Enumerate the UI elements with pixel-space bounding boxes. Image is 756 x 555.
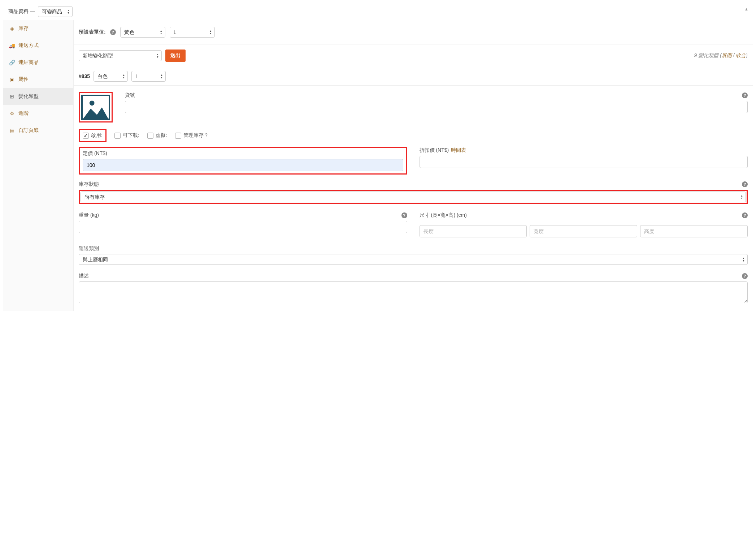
variation-id: #835 [79,73,90,79]
product-type-select-wrap: 可變商品 [38,6,73,17]
gear-icon: ⚙ [9,111,15,116]
help-icon[interactable]: ? [742,92,748,98]
virtual-checkbox-group[interactable]: 虛擬: [147,132,167,139]
manage-stock-checkbox-group[interactable]: 管理庫存？ [175,132,209,139]
help-icon[interactable]: ? [742,181,748,187]
shipping-class-select[interactable]: 與上層相同 [79,254,748,265]
schedule-link[interactable]: 時間表 [451,147,466,154]
defaults-label: 預設表單值: [79,29,106,35]
sidebar-item-label: 變化類型 [18,93,39,100]
weight-label: 重量 (kg) ? [79,212,407,219]
sidebar-item-label: 庫存 [18,25,29,32]
main-content: 預設表單值: ? 黃色 L 新增變化類 [74,20,753,311]
regular-price-input[interactable] [83,159,403,171]
expand-link[interactable]: 展開 [722,52,732,58]
image-icon [83,96,109,119]
sidebar-item-shipping[interactable]: 🚚 運送方式 [3,37,73,54]
enable-checkbox[interactable] [83,133,89,139]
panel-header: 商品資料 — 可變商品 ▲ [3,3,753,20]
price-highlight: 定價 (NT$) [79,147,407,175]
sidebar-item-label: 進階 [18,110,29,117]
panel-title: 商品資料 — [8,8,35,15]
shipping-class-label: 運送類別 [79,245,748,252]
stock-highlight: 尚有庫存 [79,190,748,204]
stock-status-label: 庫存狀態 ? [79,181,748,188]
product-data-panel: 商品資料 — 可變商品 ▲ ◈ 庫存 🚚 運送方式 🔗 連結商品 ▣ [3,3,753,311]
sidebar-item-variations[interactable]: ⊞ 變化類型 [3,88,73,105]
grid-icon: ⊞ [9,94,15,99]
help-icon[interactable]: ? [110,29,116,35]
dimensions-label: 尺寸 (長×寬×高) (cm) ? [420,212,748,219]
truck-icon: 🚚 [9,43,15,48]
card-icon: ▣ [9,77,15,82]
variation-body: 貨號 ? 啟用: 可下載: [74,86,753,311]
action-row: 新增變化類型 送出 9 變化類型 (展開 / 收合) [74,44,753,67]
default-size-select[interactable]: L [170,27,215,38]
enable-highlight: 啟用: [79,129,107,142]
product-type-select[interactable]: 可變商品 [38,6,73,17]
sidebar-item-linked[interactable]: 🔗 連結商品 [3,54,73,71]
variation-header[interactable]: #835 白色 L [74,67,753,86]
sku-input[interactable] [125,101,748,113]
weight-input[interactable] [79,221,407,233]
collapse-link[interactable]: 收合 [736,52,746,58]
description-textarea[interactable] [79,281,748,303]
virtual-checkbox[interactable] [147,133,153,139]
stock-status-select[interactable]: 尚有庫存 [81,192,746,202]
default-color-select[interactable]: 黃色 [120,27,165,38]
sale-price-label: 折扣價 (NT$) 時間表 [420,147,748,154]
sidebar-item-attributes[interactable]: ▣ 屬性 [3,71,73,88]
checkbox-row: 啟用: 可下載: 虛擬: 管理庫存？ [79,129,748,142]
submit-button[interactable]: 送出 [165,50,186,62]
tag-icon: ◈ [9,26,15,31]
length-input[interactable] [420,225,527,237]
regular-price-label: 定價 (NT$) [83,150,403,157]
sidebar-item-label: 自訂頁籤 [18,127,39,134]
sidebar-item-custom-tabs[interactable]: ▤ 自訂頁籤 [3,122,73,139]
sidebar-item-label: 屬性 [18,76,29,83]
defaults-row: 預設表單值: ? 黃色 L [74,20,753,44]
image-highlight [79,92,113,122]
svg-point-1 [90,100,95,106]
help-icon[interactable]: ? [742,212,748,218]
bookmark-icon: ▤ [9,128,15,133]
width-input[interactable] [530,225,637,237]
sidebar-item-inventory[interactable]: ◈ 庫存 [3,20,73,37]
sidebar: ◈ 庫存 🚚 運送方式 🔗 連結商品 ▣ 屬性 ⊞ 變化類型 ⚙ 進階 [3,20,74,311]
sku-label: 貨號 ? [125,92,748,99]
sidebar-item-advanced[interactable]: ⚙ 進階 [3,105,73,122]
enable-checkbox-group[interactable]: 啟用: [83,132,103,139]
downloadable-checkbox-group[interactable]: 可下載: [114,132,139,139]
manage-stock-checkbox[interactable] [175,133,181,139]
variation-size-select[interactable]: L [131,71,166,82]
variation-summary: 9 變化類型 (展開 / 收合) [694,52,748,59]
variation-color-select[interactable]: 白色 [94,71,128,82]
height-input[interactable] [640,225,748,237]
variation-image-placeholder[interactable] [81,95,110,120]
sidebar-item-label: 運送方式 [18,42,39,49]
link-icon: 🔗 [9,60,15,65]
variation-action-select[interactable]: 新增變化類型 [79,50,162,61]
sale-price-input[interactable] [420,156,748,168]
collapse-toggle[interactable]: ▲ [744,7,748,11]
help-icon[interactable]: ? [401,212,407,218]
help-icon[interactable]: ? [742,273,748,279]
description-label: 描述 ? [79,273,748,279]
downloadable-checkbox[interactable] [114,133,121,139]
sidebar-item-label: 連結商品 [18,59,39,66]
